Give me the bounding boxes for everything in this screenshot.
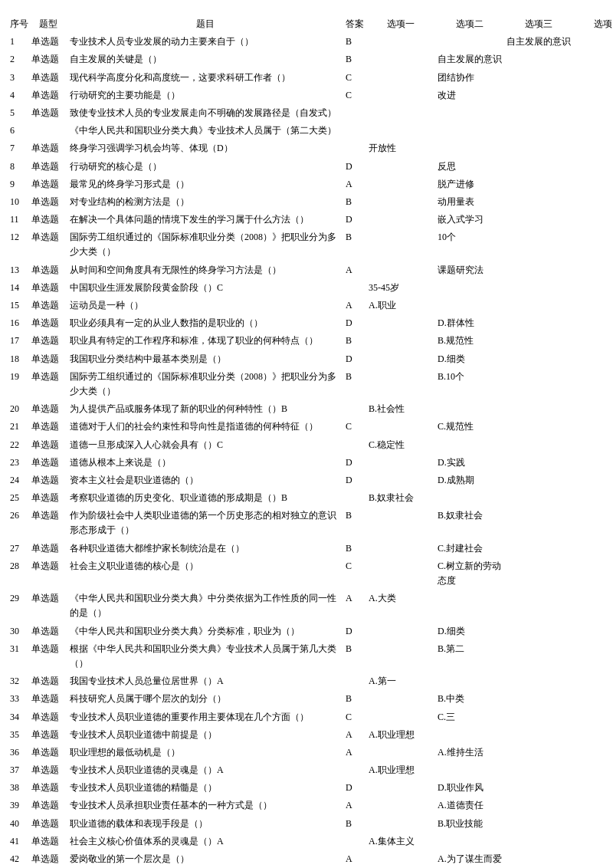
table-cell: 4 [8,87,29,104]
table-cell [504,176,573,193]
table-cell: 单选题 [29,436,67,454]
table-cell: 行动研究的主要功能是（） [67,87,343,104]
table-row: 21单选题道德对于人们的社会约束性和导向性是指道德的何种特征（）CC.规范性 [8,418,613,436]
table-cell [504,454,573,472]
table-cell: 单选题 [29,690,67,708]
table-cell [343,400,366,418]
table-cell: 专业技术人员职业道德的重要作用主要体现在几个方面（） [67,709,343,726]
table-cell [573,279,613,297]
header-opt1: 选项一 [366,15,435,33]
table-cell [435,297,504,314]
table-cell: 专业技术人员承担职业责任基本的一种方式是（） [67,797,343,814]
table-cell: B.社会性 [366,400,435,418]
table-cell [573,489,613,507]
table-cell: 中国职业生涯发展阶段黄金阶段（）C [67,279,343,297]
table-cell [504,850,573,868]
table-row: 16单选题职业必须具有一定的从业人数指的是职业的（）DD.群体性 [8,314,613,332]
table-cell: 各种职业道德大都维护家长制统治是在（） [67,540,343,557]
table-cell: 单选题 [29,51,67,68]
table-cell: 22 [8,436,29,454]
table-cell [366,779,435,797]
table-cell [343,140,366,157]
table-cell: B [343,33,366,51]
table-cell [343,489,366,507]
table-cell: D.成熟期 [435,472,504,489]
table-cell [504,779,573,797]
table-cell [573,507,613,539]
header-opt2: 选项二 [435,15,504,33]
table-cell: B [343,229,366,261]
table-cell [435,833,504,850]
table-row: 28单选题社会主义职业道德的核心是（）CC.树立新的劳动态度 [8,557,613,590]
table-cell [366,261,435,279]
table-cell: 9 [8,176,29,193]
table-cell: 专业技术人员职业道德的精髓是（） [67,779,343,797]
table-cell: 单选题 [29,623,67,640]
table-cell [573,436,613,454]
table-cell: 职业必须具有一定的从业人数指的是职业的（） [67,314,343,332]
table-cell: 单选题 [29,540,67,557]
table-cell [366,104,435,122]
table-cell: 30 [8,623,29,640]
table-cell: 15 [8,297,29,314]
table-cell: 8 [8,158,29,176]
table-cell: A.职业理想 [366,761,435,779]
table-cell: 单选题 [29,489,67,507]
table-cell: A.维持生活 [435,744,504,761]
table-cell [366,797,435,814]
table-cell: 40 [8,815,29,833]
table-cell [435,590,504,622]
table-cell [504,368,573,400]
table-row: 37单选题专业技术人员职业道德的灵魂是（）AA.职业理想 [8,761,613,779]
table-row: 13单选题从时间和空间角度具有无限性的终身学习方法是（）A课题研究法 [8,261,613,279]
table-cell [504,51,573,68]
table-cell [573,418,613,436]
table-cell [366,640,435,672]
table-row: 12单选题国际劳工组织通过的《国际标准职业分类（2008）》把职业分为多少大类（… [8,229,613,261]
table-cell: 运动员是一种（） [67,297,343,314]
header-num: 序号 [8,15,29,33]
header-opt4: 选项四 [573,15,613,33]
table-cell: D [343,350,366,368]
table-cell: C.树立新的劳动态度 [435,557,504,590]
table-cell: 33 [8,690,29,708]
table-cell [366,744,435,761]
table-cell: 单选题 [29,709,67,726]
table-cell [573,297,613,314]
table-row: 25单选题考察职业道德的历史变化、职业道德的形成期是（）BB.奴隶社会 [8,489,613,507]
table-cell: B [343,540,366,557]
table-cell [504,833,573,850]
table-cell: D [343,454,366,472]
table-cell [573,368,613,400]
table-cell [366,51,435,68]
table-cell: 14 [8,279,29,297]
table-cell [366,69,435,87]
table-cell: 32 [8,672,29,690]
table-cell: A [343,797,366,814]
table-row: 41单选题社会主义核心价值体系的灵魂是（）AA.集体主义 [8,833,613,850]
table-cell [573,540,613,557]
table-cell: 开放性 [366,140,435,157]
table-cell [435,672,504,690]
table-cell: 单选题 [29,815,67,833]
table-cell [504,815,573,833]
header-title: 题目 [67,15,343,33]
table-cell: 道德从根本上来说是（） [67,454,343,472]
table-cell: A.道德责任 [435,797,504,814]
table-cell: 2 [8,51,29,68]
table-cell [573,590,613,622]
header-ans: 答案 [343,15,366,33]
table-cell [573,472,613,489]
table-cell [573,779,613,797]
table-cell: 28 [8,557,29,590]
table-row: 5单选题致使专业技术人员的专业发展走向不明确的发展路径是（自发式） [8,104,613,122]
table-cell: 嵌入式学习 [435,211,504,229]
table-cell: 25 [8,489,29,507]
table-cell: D [343,779,366,797]
table-cell [435,279,504,297]
table-cell: A [343,590,366,622]
table-cell [573,176,613,193]
header-type: 题型 [29,15,67,33]
table-cell: 单选题 [29,176,67,193]
table-cell: 36 [8,744,29,761]
